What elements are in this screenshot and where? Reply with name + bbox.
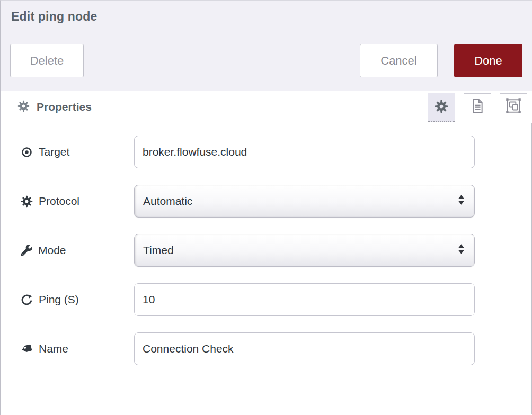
protocol-select[interactable]: Automatic bbox=[134, 185, 475, 218]
select-arrows-icon bbox=[457, 193, 466, 209]
tab-properties[interactable]: Properties bbox=[5, 91, 217, 123]
form-row-ping: Ping (S) bbox=[21, 283, 531, 316]
appearance-tab-button[interactable] bbox=[500, 93, 527, 120]
done-button[interactable]: Done bbox=[454, 44, 522, 77]
mode-label: Mode bbox=[21, 244, 134, 257]
tab-icon-buttons bbox=[428, 93, 527, 122]
ping-label: Ping (S) bbox=[21, 293, 134, 306]
name-input[interactable] bbox=[134, 332, 475, 365]
form-row-target: Target bbox=[21, 136, 531, 168]
dialog-title: Edit ping node bbox=[11, 10, 97, 24]
mode-select[interactable]: Timed bbox=[134, 234, 475, 267]
name-label: Name bbox=[21, 342, 134, 355]
tray-header: Edit ping node bbox=[1, 1, 532, 33]
edit-node-tray: Edit ping node Delete Cancel Done bbox=[0, 0, 532, 415]
gear-icon bbox=[435, 100, 448, 115]
delete-button[interactable]: Delete bbox=[10, 44, 84, 77]
ping-interval-input[interactable] bbox=[134, 283, 475, 316]
description-tab-button[interactable] bbox=[464, 93, 491, 120]
properties-gear-button[interactable] bbox=[428, 93, 455, 122]
tray-toolbar: Delete Cancel Done bbox=[1, 33, 532, 88]
gear-icon bbox=[21, 195, 33, 208]
select-arrows-icon bbox=[457, 242, 466, 258]
dot-circle-icon bbox=[21, 146, 33, 158]
form-row-name: Name bbox=[21, 332, 531, 365]
target-label: Target bbox=[21, 146, 134, 158]
refresh-icon bbox=[21, 294, 33, 306]
editor-tab-bar: Properties bbox=[1, 88, 532, 123]
tag-icon bbox=[21, 343, 33, 355]
form-row-mode: Mode Timed bbox=[21, 234, 531, 267]
wrench-icon bbox=[21, 245, 32, 256]
gear-icon bbox=[17, 100, 30, 114]
protocol-label: Protocol bbox=[21, 195, 134, 208]
form-row-protocol: Protocol Automatic bbox=[21, 185, 531, 218]
cancel-button[interactable]: Cancel bbox=[360, 44, 438, 77]
node-properties-form: Target Protocol A bbox=[1, 123, 532, 414]
document-icon bbox=[470, 98, 485, 115]
target-input[interactable] bbox=[134, 136, 475, 168]
tab-properties-label: Properties bbox=[37, 101, 92, 113]
appearance-icon bbox=[506, 98, 521, 115]
